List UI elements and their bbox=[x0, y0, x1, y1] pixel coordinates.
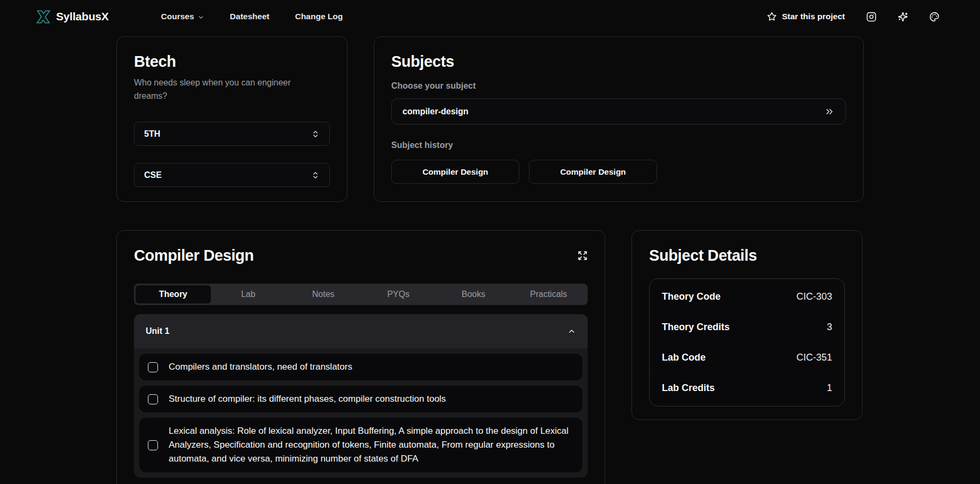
semester-select-value: 5TH bbox=[144, 129, 160, 139]
bottom-row: Compiler Design Theory Lab Notes PYQs Bo… bbox=[116, 230, 864, 484]
branch-select[interactable]: CSE bbox=[134, 163, 330, 187]
tab-books[interactable]: Books bbox=[436, 285, 511, 303]
subject-details-card: Subject Details Theory Code CIC-303 Theo… bbox=[631, 230, 863, 420]
subject-details-title: Subject Details bbox=[649, 247, 845, 264]
subject-search bbox=[391, 98, 846, 124]
top-nav: SyllabusX Courses Datesheet Change Log S… bbox=[0, 0, 980, 33]
content-tabs: Theory Lab Notes PYQs Books Practicals bbox=[134, 284, 588, 305]
nav-item-label: Datesheet bbox=[230, 12, 270, 21]
subject-history-label: Subject history bbox=[391, 140, 846, 150]
unit-accordion: Unit 1 Compilers and translators, need o… bbox=[134, 314, 588, 478]
topic-row[interactable]: Lexical analysis: Role of lexical analyz… bbox=[139, 418, 582, 472]
topic-checkbox[interactable] bbox=[148, 440, 158, 450]
subject-details-list: Theory Code CIC-303 Theory Credits 3 Lab… bbox=[649, 278, 845, 407]
subjects-title: Subjects bbox=[391, 53, 846, 71]
subject-search-submit-button[interactable] bbox=[824, 106, 835, 117]
main-content: Btech Who needs sleep when you can engin… bbox=[116, 36, 864, 484]
instagram-button[interactable] bbox=[866, 12, 876, 22]
topic-checkbox[interactable] bbox=[148, 394, 158, 404]
top-row: Btech Who needs sleep when you can engin… bbox=[116, 36, 864, 202]
star-icon bbox=[767, 12, 777, 21]
tab-practicals[interactable]: Practicals bbox=[511, 285, 586, 303]
detail-label: Lab Credits bbox=[662, 382, 715, 394]
detail-row: Lab Credits 1 bbox=[654, 374, 840, 402]
detail-row: Theory Code CIC-303 bbox=[654, 283, 840, 310]
detail-value: CIC-351 bbox=[796, 352, 832, 363]
topic-text: Structure of compiler: its different pha… bbox=[169, 392, 446, 406]
detail-value: 3 bbox=[827, 322, 832, 333]
palette-icon bbox=[929, 12, 939, 22]
topic-row[interactable]: Compilers and translators, need of trans… bbox=[139, 354, 582, 380]
nav-item-changelog[interactable]: Change Log bbox=[295, 12, 343, 21]
subject-content-card: Compiler Design Theory Lab Notes PYQs Bo… bbox=[116, 230, 605, 484]
history-item-button[interactable]: Compiler Design bbox=[529, 160, 657, 184]
detail-row: Lab Code CIC-351 bbox=[654, 344, 840, 371]
star-project-button[interactable]: Star this project bbox=[767, 12, 845, 21]
brand[interactable]: SyllabusX bbox=[35, 10, 109, 24]
choose-subject-label: Choose your subject bbox=[391, 81, 846, 91]
ai-assistant-button[interactable] bbox=[898, 12, 908, 22]
subject-history: Compiler Design Compiler Design bbox=[391, 160, 846, 184]
unit-accordion-header[interactable]: Unit 1 bbox=[134, 314, 588, 348]
tab-pyqs[interactable]: PYQs bbox=[361, 285, 436, 303]
topic-checkbox[interactable] bbox=[148, 362, 158, 372]
chevrons-right-icon bbox=[824, 106, 835, 117]
history-item-button[interactable]: Compiler Design bbox=[391, 160, 519, 184]
expand-icon bbox=[578, 251, 588, 261]
detail-label: Theory Code bbox=[662, 291, 721, 302]
nav-item-label: Courses bbox=[161, 12, 194, 21]
tab-theory[interactable]: Theory bbox=[136, 285, 211, 303]
unit-title: Unit 1 bbox=[146, 326, 169, 336]
chevrons-up-down-icon bbox=[311, 130, 320, 138]
detail-row: Theory Credits 3 bbox=[654, 314, 840, 341]
btech-title: Btech bbox=[134, 53, 330, 71]
theme-palette-button[interactable] bbox=[929, 12, 939, 22]
subject-content-header: Compiler Design bbox=[134, 247, 588, 264]
instagram-icon bbox=[866, 12, 876, 22]
tab-notes[interactable]: Notes bbox=[286, 285, 361, 303]
btech-card: Btech Who needs sleep when you can engin… bbox=[116, 36, 347, 202]
nav-item-courses[interactable]: Courses bbox=[161, 12, 204, 21]
subject-search-input[interactable] bbox=[402, 107, 824, 116]
subject-content-title: Compiler Design bbox=[134, 247, 254, 264]
detail-label: Theory Credits bbox=[662, 322, 730, 333]
chevron-down-icon bbox=[197, 14, 204, 21]
sparkles-icon bbox=[898, 12, 908, 22]
nav-item-label: Change Log bbox=[295, 12, 343, 21]
semester-select[interactable]: 5TH bbox=[134, 122, 330, 146]
brand-name: SyllabusX bbox=[56, 10, 109, 23]
nav-actions: Star this project bbox=[767, 12, 939, 22]
detail-label: Lab Code bbox=[662, 352, 706, 363]
nav-links: Courses Datesheet Change Log bbox=[161, 12, 343, 21]
expand-button[interactable] bbox=[578, 251, 588, 261]
detail-value: 1 bbox=[827, 382, 832, 394]
chevrons-up-down-icon bbox=[311, 171, 320, 179]
branch-select-value: CSE bbox=[144, 170, 162, 180]
nav-item-datesheet[interactable]: Datesheet bbox=[230, 12, 270, 21]
subjects-card: Subjects Choose your subject Subject his… bbox=[374, 36, 864, 202]
unit-topics: Compilers and translators, need of trans… bbox=[134, 348, 588, 478]
star-project-label: Star this project bbox=[782, 12, 845, 21]
syllabusx-logo-icon bbox=[35, 10, 51, 24]
topic-row[interactable]: Structure of compiler: its different pha… bbox=[139, 386, 582, 412]
topic-text: Compilers and translators, need of trans… bbox=[169, 360, 352, 374]
chevron-up-icon bbox=[567, 327, 576, 335]
detail-value: CIC-303 bbox=[796, 291, 832, 302]
tab-lab[interactable]: Lab bbox=[211, 285, 286, 303]
btech-subtitle: Who needs sleep when you can engineer dr… bbox=[134, 76, 306, 103]
topic-text: Lexical analysis: Role of lexical analyz… bbox=[169, 424, 574, 466]
